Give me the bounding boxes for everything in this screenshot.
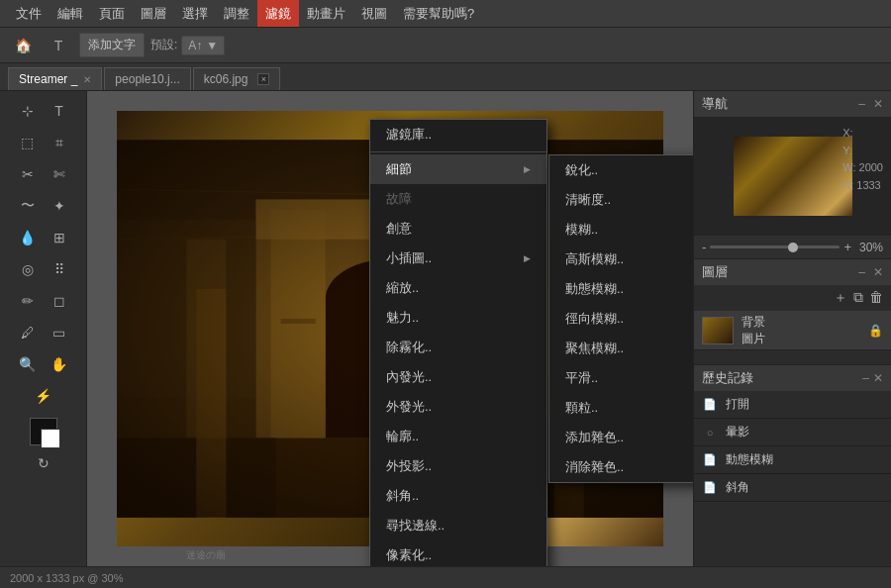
tab-people-label: people10.j... [115,72,179,86]
nav-close-btn[interactable]: ✕ [873,97,883,111]
zoom-tool[interactable]: 🔍 [13,350,43,378]
history-item-motion-blur[interactable]: 📄 動態模糊 [694,446,891,474]
tab-kc06[interactable]: kc06.jpg × [193,67,281,90]
wave-tool[interactable]: 〜 [13,192,43,220]
marquee-tool[interactable]: ⬚ [13,129,43,156]
menu-help[interactable]: 需要幫助嗎? [395,0,482,27]
dropper-tool[interactable]: 💧 [13,224,43,251]
layers-close-btn[interactable]: ✕ [873,265,883,279]
history-item-bevel[interactable]: 📄 斜角 [694,474,891,502]
move-tool[interactable]: ⊹ [13,97,43,125]
color-swatches [0,416,86,447]
scissors-tool[interactable]: ✄ [45,160,74,188]
stamp-tool[interactable]: ✦ [45,192,74,220]
nav-zoom-row: - + 30% [694,236,891,258]
eraser-tool[interactable]: ◻ [45,287,74,315]
submenu-radial-blur[interactable]: 徑向模糊.. [549,304,693,334]
submenu-remove-noise[interactable]: 消除雜色.. [549,452,693,482]
left-toolbar: ⊹ T ⬚ ⌗ ✂ ✄ 〜 ✦ 💧 ⊞ ◎ ⠿ ✏ ◻ 🖊 ▭ [0,91,87,566]
home-tool[interactable]: 🏠 [8,32,38,59]
menu-layers[interactable]: 圖層 [133,0,174,27]
menu-select[interactable]: 選擇 [174,0,216,27]
history-close-btn[interactable]: ✕ [873,371,883,385]
filter-menu-find-edge[interactable]: 尋找邊線.. [370,511,546,540]
history-vignette-label: 暈影 [726,424,749,441]
filter-menu-creative[interactable]: 創意 [370,214,546,244]
menu-view[interactable]: 視圖 [353,0,395,27]
menu-page[interactable]: 頁面 [91,0,133,27]
delete-layer-btn[interactable]: 🗑 [869,289,883,307]
zoom-minus-btn[interactable]: - [702,240,706,254]
tool-row-4: 〜 ✦ [0,190,86,222]
menu-animation[interactable]: 動畫片 [299,0,353,27]
filter-menu-lib[interactable]: 濾鏡庫.. [370,120,546,149]
copy-layer-btn[interactable]: ⧉ [853,289,863,307]
history-item-open[interactable]: 📄 打開 [694,391,891,419]
menu-file[interactable]: 文件 [8,0,50,27]
layer-item-background[interactable]: 背景圖片 🔒 [694,311,891,350]
menu-filter[interactable]: 濾鏡 [257,0,299,27]
extra-tool[interactable]: ↻ [29,449,58,477]
pen-tool[interactable]: 🖊 [13,319,43,346]
zoom-slider[interactable] [710,245,840,248]
lasso-tool[interactable]: ⌗ [45,129,74,156]
main-layout: ⊹ T ⬚ ⌗ ✂ ✄ 〜 ✦ 💧 ⊞ ◎ ⠿ ✏ ◻ 🖊 ▭ [0,91,891,566]
zoom-plus-btn[interactable]: + [843,240,851,254]
tool-row-9: 🔍 ✋ [0,348,86,380]
filter-menu-outer-glow[interactable]: 外發光.. [370,392,546,422]
filter-menu-drop-shadow[interactable]: 外投影.. [370,451,546,481]
background-color[interactable] [41,429,60,448]
submenu-motion-blur[interactable]: 動態模糊.. [549,274,693,304]
submenu-blur[interactable]: 模糊.. [549,215,693,245]
dots-tool[interactable]: ⠿ [45,255,74,283]
add-text-button[interactable]: 添加文字 [79,33,145,57]
preset-value-display[interactable]: A↑ ▼ [181,36,225,55]
filter-menu-defog[interactable]: 除霧化.. [370,333,546,362]
add-layer-btn[interactable]: ＋ [834,289,847,307]
history-item-vignette[interactable]: ○ 暈影 [694,419,891,446]
tab-streamer[interactable]: Streamer _ ✕ [8,67,102,90]
detail-submenu: 銳化.. 清晰度.. 模糊.. 高斯模糊.. 動態模糊.. 徑向模糊.. 聚焦模… [548,154,693,483]
menu-bar: 文件 編輯 頁面 圖層 選擇 調整 濾鏡 動畫片 視圖 需要幫助嗎? [0,0,891,28]
type-tool[interactable]: T [45,97,74,125]
history-minimize-btn[interactable]: – [862,371,869,385]
filter-menu-detail[interactable]: 細節 [370,154,546,184]
brush-tool[interactable]: ✏ [13,287,43,315]
filter-menu-bevel[interactable]: 斜角.. [370,481,546,511]
menu-edit[interactable]: 編輯 [50,0,91,27]
submenu-focus-blur[interactable]: 聚焦模糊.. [549,334,693,363]
preset-dropdown-icon: ▼ [206,39,218,52]
nav-minimize-btn[interactable]: – [858,97,865,111]
filter-menu-pixelate[interactable]: 像素化.. [370,540,546,566]
filter-menu-inner-glow[interactable]: 內發光.. [370,362,546,392]
submenu-sharpen[interactable]: 銳化.. [549,155,693,185]
submenu-grain[interactable]: 顆粒.. [549,393,693,423]
bolt-tool[interactable]: ⚡ [29,382,58,410]
layers-minimize-btn[interactable]: – [858,265,865,279]
text-tool[interactable]: T [44,32,73,59]
filter-menu-charm[interactable]: 魅力.. [370,303,546,333]
submenu-clarity[interactable]: 清晰度.. [549,185,693,215]
submenu-smooth[interactable]: 平滑.. [549,363,693,393]
menu-adjust[interactable]: 調整 [216,0,257,27]
filter-menu-zoom[interactable]: 縮放.. [370,273,546,303]
tab-streamer-close[interactable]: ✕ [83,74,91,85]
crop-tool[interactable]: ✂ [13,160,43,188]
tab-people[interactable]: people10.j... [104,67,190,90]
shape-tool[interactable]: ▭ [45,319,74,346]
tab-kc06-label: kc06.jpg [204,72,248,86]
layers-actions: ＋ ⧉ 🗑 [694,285,891,311]
filter-menu-glitch[interactable]: 故障 [370,184,546,214]
submenu-gaussian[interactable]: 高斯模糊.. [549,245,693,274]
hand-tool[interactable]: ✋ [45,350,74,378]
grid-tool[interactable]: ⊞ [45,224,74,251]
layer-lock-icon: 🔒 [868,324,883,338]
filter-menu-outline[interactable]: 輪廓.. [370,422,546,451]
canvas-area: 迷途の廟 濾鏡庫.. 細節 故障 創意 小插圖.. 縮放.. 魅力.. 除霧化.… [87,91,693,566]
circle-tool[interactable]: ◎ [13,255,43,283]
foreground-color[interactable] [30,418,57,445]
filter-menu-vignette[interactable]: 小插圖.. [370,244,546,273]
submenu-add-noise[interactable]: 添加雜色.. [549,423,693,452]
zoom-slider-handle[interactable] [788,243,798,252]
navigation-section: 導航 – ✕ X: Y: W: 2000 H: 1333 - [694,91,891,259]
